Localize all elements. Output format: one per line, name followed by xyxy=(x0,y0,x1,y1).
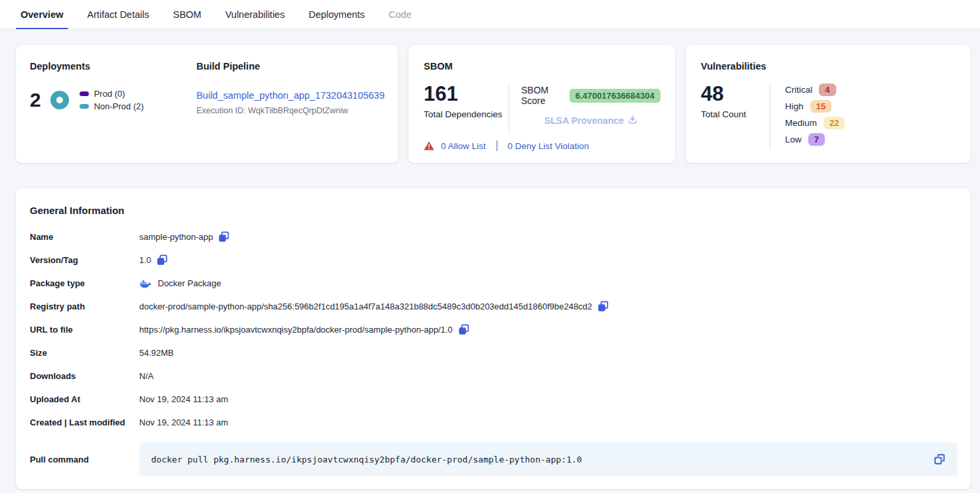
prod-swatch xyxy=(80,91,89,96)
vulnerabilities-total-label: Total Count xyxy=(701,109,770,119)
pipeline-link[interactable]: Build_sample_python_app_1732043105639 xyxy=(196,90,385,101)
info-label: Size xyxy=(30,348,139,358)
info-label: Registry path xyxy=(30,301,139,311)
severity-count-badge: 7 xyxy=(808,133,825,146)
package-type-value: Docker Package xyxy=(158,278,221,288)
tab-vulnerabilities[interactable]: Vulnerabilities xyxy=(221,0,290,28)
sbom-card: SBOM 161 Total Dependencies SBOM Score 6… xyxy=(408,45,675,163)
summary-cards-row: Deployments 2 Prod (0) Non-Prod (2) xyxy=(16,45,971,163)
severity-row-low: Low 7 xyxy=(785,133,845,146)
pull-command-box: docker pull pkg.harness.io/ikpsjoavtcwxn… xyxy=(139,443,957,476)
severity-count-badge: 15 xyxy=(810,100,831,113)
downloads-value: N/A xyxy=(139,371,154,381)
registry-path-value: docker-prod/sample-python-app/sha256:596… xyxy=(139,301,592,311)
execution-id: Execution ID: WqkTilbBRqecQrpDtZwniw xyxy=(196,106,385,115)
sbom-total-label: Total Dependencies xyxy=(424,109,509,119)
created-modified-value: Nov 19, 2024 11:13 am xyxy=(139,417,228,427)
url-to-file-value: https://pkg.harness.io/ikpsjoavtcwxnqisy… xyxy=(139,325,453,335)
size-value: 54.92MB xyxy=(139,348,174,358)
deployments-card: Deployments 2 Prod (0) Non-Prod (2) xyxy=(16,45,398,163)
tab-deployments[interactable]: Deployments xyxy=(304,0,369,28)
legend-item-prod: Prod (0) xyxy=(80,89,144,99)
info-label: Downloads xyxy=(30,371,139,381)
general-information-card: General Information Name sample-python-a… xyxy=(16,188,971,489)
info-row-uploaded-at: Uploaded At Nov 19, 2024 11:13 am xyxy=(30,388,957,411)
info-label: Uploaded At xyxy=(30,394,139,404)
info-row-registry-path: Registry path docker-prod/sample-python-… xyxy=(30,295,957,318)
severity-list: Critical 4 High 15 Medium 22 Low 7 xyxy=(785,83,845,150)
deployments-title: Deployments xyxy=(30,61,183,72)
vulnerabilities-card: Vulnerabilities 48 Total Count Critical … xyxy=(686,45,971,163)
docker-icon xyxy=(139,279,151,288)
tab-bar: Overview Artifact Details SBOM Vulnerabi… xyxy=(0,0,980,29)
download-icon xyxy=(628,115,637,126)
vulnerabilities-total: 48 xyxy=(701,83,770,104)
general-information-title: General Information xyxy=(30,205,957,216)
info-row-size: Size 54.92MB xyxy=(30,341,957,364)
info-label: URL to file xyxy=(30,325,139,335)
deployments-section: Deployments 2 Prod (0) Non-Prod (2) xyxy=(30,61,183,150)
deployments-total: 2 xyxy=(30,90,41,110)
copy-icon[interactable] xyxy=(934,453,946,465)
severity-count-badge: 22 xyxy=(824,117,845,129)
deployments-legend: Prod (0) Non-Prod (2) xyxy=(80,86,144,114)
nonprod-swatch xyxy=(80,104,89,109)
build-pipeline-section: Build Pipeline Build_sample_python_app_1… xyxy=(183,61,385,150)
severity-count-badge: 4 xyxy=(819,83,835,96)
tab-artifact-details[interactable]: Artifact Details xyxy=(83,0,154,28)
uploaded-at-value: Nov 19, 2024 11:13 am xyxy=(139,394,228,404)
sbom-total: 161 xyxy=(424,83,509,104)
legend-item-nonprod: Non-Prod (2) xyxy=(80,101,144,111)
sbom-title: SBOM xyxy=(424,61,660,72)
info-row-created-modified: Created | Last modified Nov 19, 2024 11:… xyxy=(30,411,957,434)
warning-icon xyxy=(424,141,434,150)
severity-label: Critical xyxy=(785,85,812,95)
info-label: Package type xyxy=(30,278,139,288)
info-row-name: Name sample-python-app xyxy=(30,225,957,248)
divider xyxy=(509,85,509,134)
info-label: Pull command xyxy=(30,455,139,465)
deployments-donut-chart xyxy=(50,91,69,109)
copy-icon[interactable] xyxy=(156,254,168,266)
tab-overview[interactable]: Overview xyxy=(16,0,68,28)
deny-list-link[interactable]: 0 Deny List Violation xyxy=(508,141,589,151)
info-row-version: Version/Tag 1.0 xyxy=(30,248,957,272)
divider xyxy=(497,140,497,151)
overview-content: Deployments 2 Prod (0) Non-Prod (2) xyxy=(0,29,980,493)
copy-icon[interactable] xyxy=(218,231,229,243)
severity-row-critical: Critical 4 xyxy=(785,83,845,96)
severity-label: High xyxy=(785,101,804,111)
info-row-package-type: Package type Docker Package xyxy=(30,272,957,295)
info-row-url: URL to file https://pkg.harness.io/ikpsj… xyxy=(30,318,957,341)
info-label: Name xyxy=(30,232,139,242)
slsa-provenance-label: SLSA Provenance xyxy=(544,115,624,126)
info-row-pull-command: Pull command docker pull pkg.harness.io/… xyxy=(30,443,957,476)
allow-list-link[interactable]: 0 Allow List xyxy=(441,141,486,151)
copy-icon[interactable] xyxy=(458,324,469,335)
pull-command-value: docker pull pkg.harness.io/ikpsjoavtcwxn… xyxy=(151,455,934,465)
info-label: Created | Last modified xyxy=(30,417,139,427)
version-value: 1.0 xyxy=(139,255,151,265)
sbom-score-badge: 6.470017636684304 xyxy=(570,89,660,103)
info-label: Version/Tag xyxy=(30,255,139,265)
vulnerabilities-title: Vulnerabilities xyxy=(701,61,956,72)
info-row-downloads: Downloads N/A xyxy=(30,364,957,388)
severity-row-high: High 15 xyxy=(785,100,845,113)
divider xyxy=(770,83,770,150)
tab-code: Code xyxy=(384,0,416,28)
copy-icon[interactable] xyxy=(597,301,609,312)
slsa-provenance-link[interactable]: SLSA Provenance xyxy=(521,115,660,126)
tab-sbom[interactable]: SBOM xyxy=(168,0,206,28)
severity-label: Medium xyxy=(785,118,817,128)
severity-row-medium: Medium 22 xyxy=(785,117,845,129)
build-pipeline-title: Build Pipeline xyxy=(196,61,385,72)
severity-label: Low xyxy=(785,135,802,144)
legend-prod-label: Prod (0) xyxy=(94,89,125,99)
artifact-name-value: sample-python-app xyxy=(139,232,213,242)
legend-nonprod-label: Non-Prod (2) xyxy=(94,101,144,111)
sbom-score-label: SBOM Score xyxy=(521,85,564,106)
